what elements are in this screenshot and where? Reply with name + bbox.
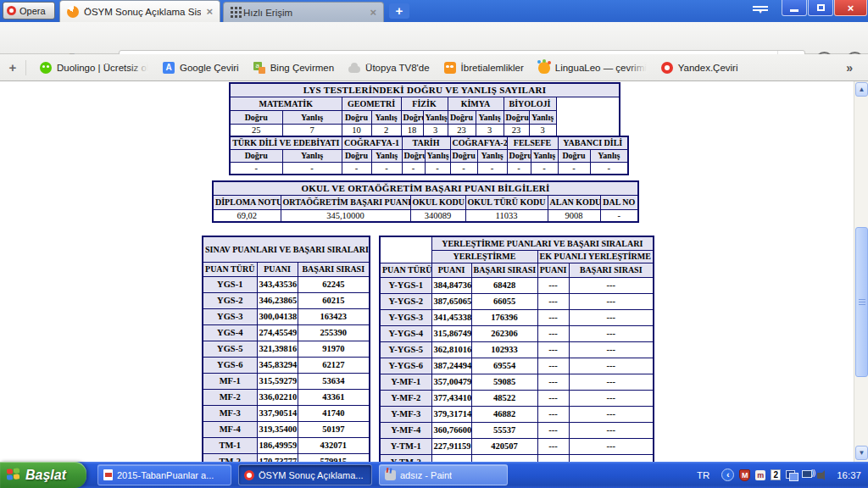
speed-dial-grid-icon [231,7,233,9]
mcafee-agent-icon[interactable]: m [755,470,765,480]
cell: --- [569,293,654,309]
start-label: Başlat [25,468,66,483]
tab-osym-sonuc[interactable]: ÖSYM Sonuç Açıklama Sistemi × [59,0,220,22]
start-button[interactable]: Başlat [0,462,86,488]
network-icon[interactable] [802,470,812,480]
cell: 62245 [298,276,370,292]
cell: - [230,162,282,175]
task-pdf[interactable]: 2015-TabanPuanlar a... [97,464,231,485]
cell: 362,81016 [431,341,471,358]
cell: --- [537,358,569,374]
tab-close-icon[interactable]: × [370,6,376,19]
sinav-puanlari-table: SINAV PUANLARI VE BAŞARI SIRALARI PUAN T… [202,236,370,462]
duolingo-icon [40,62,52,74]
pdf-icon [103,469,113,480]
cell: --- [569,390,654,406]
scroll-up-icon[interactable]: ▲ [855,82,868,97]
new-tab-button[interactable]: + [389,3,409,19]
bookmark-lingualeo[interactable]: LinguaLeo — çevrimiçi İ [538,62,647,74]
add-bookmark-icon[interactable]: + [0,60,25,75]
cell: Y-MF-4 [380,422,431,438]
cell: 319,35400 [257,421,298,437]
vertical-scrollbar[interactable]: ▲ ▼ [854,81,868,462]
table-row: Y-YGS-1384,8473668428------ [380,277,654,293]
cell: Doğru [230,149,282,162]
cell: - [282,162,342,175]
cell: 46882 [471,406,537,422]
osym-favicon-icon [67,6,79,18]
cell: 176396 [471,309,537,325]
cell: - [558,162,590,175]
task-opera[interactable]: ÖSYM Sonuç Açıklama... [238,464,372,485]
scrollbar-thumb[interactable] [855,227,868,377]
opera-menu-button[interactable]: Opera [3,2,55,19]
cell: 387,24494 [431,358,471,374]
table-row: Y-MF-2377,4341048522------ [380,390,654,406]
table-row: YGS-4274,45549255390 [203,324,370,341]
cell: 315,86749 [431,325,471,341]
cell: 11033 [465,209,548,222]
bookmark-utopya[interactable]: Ütopya TV8'de [348,63,430,73]
table-row: MF-1315,5927953634 [203,373,370,389]
task-paint[interactable]: adsız - Paint [379,464,508,485]
table-row: YGS-2346,2386560215 [203,292,370,308]
bookmarks-overflow-icon[interactable]: » [846,54,853,81]
cell: OKUL TÜRÜ KODU [465,195,548,209]
bookmark-ibretialemlikler[interactable]: İbretialemlikler [444,62,524,74]
cell: Y-YGS-2 [380,293,431,309]
scroll-down-icon[interactable]: ▼ [855,446,868,460]
cell: --- [569,406,654,422]
cell: Doğru [401,110,423,124]
bookmark-duolingo[interactable]: Duolingo | Ücretsiz olara [40,62,148,74]
cell: Doğru [342,110,371,124]
cell: 9008 [548,209,600,222]
cell: --- [537,422,569,438]
table-row: TM-1186,49959432071 [203,437,370,453]
table-row: YGS-1343,4353662245 [203,276,370,292]
minimize-button[interactable] [782,0,807,16]
close-button[interactable]: × [834,0,867,16]
ibretialemlikler-icon [444,62,456,74]
volume-icon[interactable] [817,473,823,479]
cell: MF-3 [203,405,257,421]
cell: Yanlış [282,110,342,124]
page-content: LYS TESTLERİNDEKİ DOĞRU VE YANLIŞ SAYILA… [0,81,868,462]
table-row: MF-2336,0221043361 [203,389,370,405]
cell: --- [537,390,569,406]
table-row: Y-YGS-4315,86749262306------ [380,325,654,341]
window-titlebar: Opera ÖSYM Sonuç Açıklama Sistemi × Hızl… [0,0,868,22]
cell: 300,04138 [257,308,298,324]
bookmark-yandex-ceviri[interactable]: Yandex.Çeviri [661,62,738,74]
bookmark-google-ceviri[interactable]: A Google Çeviri [163,62,239,74]
cell: Doğru [450,149,477,162]
cell: 341,45338 [431,309,471,325]
okul-title: OKUL VE ORTAÖĞRETİM BAŞARI PUANI BİLGİLE… [213,181,638,195]
tray-collapse-icon[interactable]: ‹ [721,469,734,481]
cell: Yanlış [371,110,401,124]
table-row: YGS-5321,3981691970 [203,341,370,357]
cell: Yanlış [590,149,628,162]
cell: - [507,162,531,175]
cell: 102933 [471,341,537,358]
language-indicator[interactable]: TR [697,470,709,480]
tab-close-icon[interactable]: × [206,5,213,18]
cell: --- [569,309,654,325]
mcafee-shield-icon[interactable]: M [739,469,750,481]
cell: --- [537,293,569,309]
maximize-button[interactable] [808,0,833,16]
cell: 18 [401,124,423,136]
windows-update-icon[interactable] [786,470,797,480]
cell: Doğru [504,110,529,124]
yerlestirme-table: YERLEŞTİRME PUANLARI VE BAŞARI SIRALARI … [379,236,654,462]
bookmark-bing-cevirmen[interactable]: Bing Çevirmen [253,62,334,74]
tab-menu-icon[interactable]: ▾ [753,6,768,18]
cell: - [450,162,477,175]
tab-hizli-erisim[interactable]: Hızlı Erişim × [223,2,384,22]
cell: Doğru [507,149,531,162]
table-row: Y-YGS-3341,45338176396------ [380,309,654,325]
cell: 43361 [298,389,370,405]
input-indicator-badge[interactable]: 2 [771,469,781,480]
cell: 50197 [298,421,370,437]
cell: 55537 [471,422,537,438]
cell: ALAN KODU [548,195,600,209]
